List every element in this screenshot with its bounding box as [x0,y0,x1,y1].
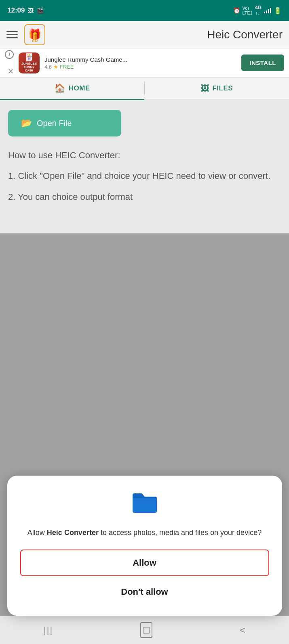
dialog-app-name: Heic Converter [47,529,99,537]
ad-app-icon: 🃏 JUNGLEE RUMMY CASH [19,52,40,73]
allow-button[interactable]: Allow [20,550,269,576]
star-icon: ★ [53,64,58,70]
tab-files-label: FILES [212,84,233,92]
permission-dialog-overlay: Allow Heic Converter to access photos, m… [0,476,289,616]
status-bar: 12:09 🖼 🎬 ⏰ Vo)LTE1 4G↑↓ 🔋 [0,0,289,21]
open-file-button[interactable]: 📂 Open File [8,110,121,136]
open-file-label: Open File [37,119,72,128]
instructions-step1: 1. Click "Open File" and choice your HEI… [8,168,281,183]
battery-icon: 🔋 [274,7,282,15]
ad-banner: i ✕ 🃏 JUNGLEE RUMMY CASH Junglee Rummy C… [0,48,289,78]
home-icon: 🏠 [54,83,65,94]
instructions-heading: How to use HEIC Converter: [8,148,281,163]
photo-status-icon: 🖼 [28,7,34,14]
ad-rating: 4.6 ★ FREE [44,64,236,70]
ad-icon[interactable]: 🎁 AD [24,24,45,45]
ad-text-area: Junglee Rummy Cash Game... 4.6 ★ FREE [44,56,236,70]
deny-button[interactable]: Don't allow [20,579,269,604]
instructions-step2: 2. You can choice output format [8,189,281,204]
dialog-message: Allow Heic Converter to access photos, m… [27,527,262,538]
alarm-icon: ⏰ [233,7,240,14]
instructions: How to use HEIC Converter: 1. Click "Ope… [8,148,281,204]
ad-info-icon[interactable]: i [5,50,14,59]
ad-price: FREE [60,64,74,70]
home-nav-button[interactable]: □ [140,622,152,638]
recent-apps-button[interactable]: ||| [44,625,53,636]
files-icon: 🖼 [201,84,209,93]
install-button[interactable]: INSTALL [241,55,284,71]
app-title: Heic Converter [207,28,283,41]
ad-app-name: Junglee Rummy Cash Game... [44,56,236,63]
tab-home[interactable]: 🏠 HOME [0,78,144,99]
ad-badge-label: AD [32,38,38,43]
folder-icon: 📂 [21,118,32,128]
dialog-folder-icon [131,490,159,520]
network-type-icon: 4G↑↓ [255,5,262,16]
ad-rating-value: 4.6 [44,64,52,70]
menu-button[interactable] [6,31,18,38]
permission-dialog: Allow Heic Converter to access photos, m… [7,476,282,616]
tab-files[interactable]: 🖼 FILES [145,78,289,99]
signal-icon [264,8,271,13]
video-status-icon: 🎬 [37,7,44,14]
volte-icon: Vo)LTE1 [243,6,253,15]
tabs-bar: 🏠 HOME 🖼 FILES [0,78,289,100]
ad-close-button[interactable]: ✕ [8,67,14,76]
back-button[interactable]: < [240,625,245,636]
app-bar: 🎁 AD Heic Converter [0,21,289,48]
status-time: 12:09 [7,6,25,15]
tab-home-label: HOME [69,84,90,92]
bottom-nav: ||| □ < [0,616,289,644]
status-bar-right: ⏰ Vo)LTE1 4G↑↓ 🔋 [233,5,282,16]
status-bar-left: 12:09 🖼 🎬 [7,6,44,15]
